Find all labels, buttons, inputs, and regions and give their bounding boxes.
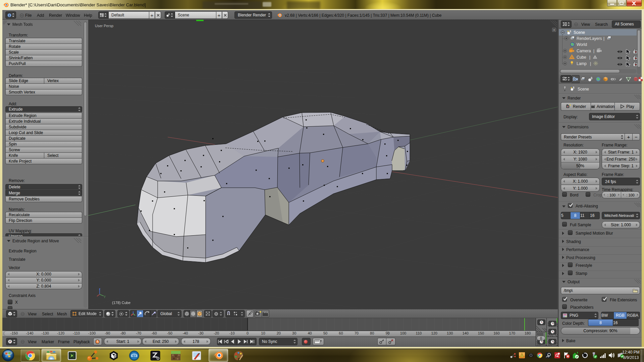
svg-text:i: i xyxy=(9,13,10,17)
svg-text:!: ! xyxy=(522,354,523,357)
svg-text:z: z xyxy=(99,287,101,291)
svg-text:y: y xyxy=(104,295,106,298)
